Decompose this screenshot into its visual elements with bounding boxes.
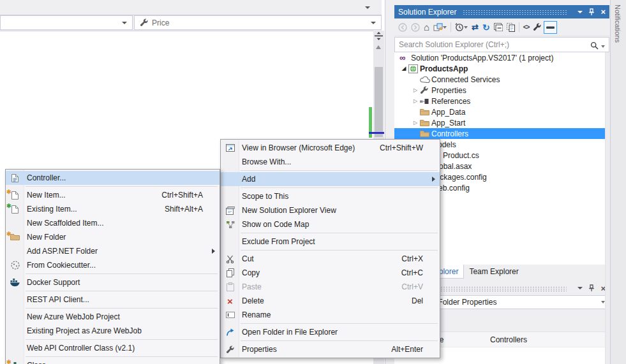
menu-item-delete[interactable]: × Delete Del (221, 294, 440, 308)
open-folder-icon (221, 328, 239, 337)
folder-icon (420, 119, 431, 127)
menu-item-class[interactable]: ✱ Class... (6, 358, 220, 364)
chevron-down-icon[interactable] (365, 6, 370, 9)
submenu-arrow-icon (432, 177, 435, 182)
menu-item-exclude-from-project[interactable]: Exclude From Project (221, 235, 440, 249)
property-value: Controllers (490, 335, 609, 344)
sync-with-active-document-icon[interactable]: ⇄ (470, 21, 480, 34)
menu-item-docker-support[interactable]: Docker Support (6, 275, 220, 289)
tree-item-properties[interactable]: ▷ Properties (394, 85, 609, 96)
members-dropdown[interactable]: Price (134, 15, 382, 30)
tree-item-controllers[interactable]: Controllers (394, 128, 609, 139)
chevron-down-icon[interactable] (601, 45, 605, 48)
menu-separator (241, 233, 438, 233)
search-icon[interactable] (590, 41, 599, 52)
scrollbar-thumb[interactable] (375, 67, 383, 137)
tree-item-app-start[interactable]: ▷ App_Start (394, 117, 609, 128)
menu-item-cut[interactable]: Cut Ctrl+X (221, 252, 440, 266)
menu-item-web-api-controller-class[interactable]: Web API Controller Class (v2.1) (6, 341, 220, 355)
preview-selected-items-icon[interactable] (544, 21, 557, 34)
pin-icon[interactable] (588, 284, 595, 292)
solution-explorer-header[interactable]: Solution Explorer × (394, 5, 609, 18)
menu-item-existing-item[interactable]: ✱ Existing Item... Shift+Alt+A (6, 202, 220, 216)
home-icon[interactable]: ⌂ (422, 21, 431, 34)
expander-expanded-icon[interactable]: ◢ (399, 66, 408, 71)
window-position-icon[interactable] (578, 287, 583, 289)
editor-navigation-bar: Price (0, 15, 382, 31)
search-bar (394, 36, 609, 53)
toolbar-separator (451, 22, 451, 32)
context-menu: View in Browser (Microsoft Edge) Ctrl+Sh… (220, 139, 440, 358)
solution-explorer-toolbar: ⌂ ⇄ ↻ <> (394, 18, 609, 36)
tree-item-references[interactable]: ▷ References (394, 96, 609, 106)
show-all-files-icon[interactable] (505, 21, 516, 34)
search-input[interactable] (394, 37, 609, 52)
cloud-icon (420, 76, 431, 83)
chevron-down-icon (371, 22, 376, 24)
menu-separator (241, 187, 438, 188)
menu-separator (241, 170, 438, 171)
menu-item-copy[interactable]: Copy Ctrl+C (221, 266, 440, 280)
tree-item-app-data[interactable]: App_Data (394, 106, 609, 117)
cut-icon (221, 255, 239, 263)
expander-collapsed-icon[interactable]: ▷ (411, 120, 420, 126)
properties-wrench-icon[interactable] (532, 21, 542, 34)
solutions-folders-switch-icon[interactable] (432, 21, 448, 34)
menu-separator (241, 340, 438, 341)
chevron-down-icon (122, 22, 127, 24)
panel-title: Solution Explorer (398, 8, 456, 17)
menu-item-view-in-browser[interactable]: View in Browser (Microsoft Edge) Ctrl+Sh… (221, 141, 440, 155)
member-dropdown-value: Price (152, 18, 169, 27)
notifications-sidebar: Notifications (610, 0, 626, 364)
menu-item-new-azure-webjob-project[interactable]: New Azure WebJob Project (6, 310, 220, 324)
expander-collapsed-icon[interactable]: ▷ (411, 99, 420, 104)
menu-item-existing-project-as-azure-webjob[interactable]: Existing Project as Azure WebJob (6, 324, 220, 338)
menu-item-from-cookiecutter[interactable]: From Cookiecutter... (6, 258, 220, 272)
menu-separator (26, 186, 218, 187)
close-icon[interactable]: × (600, 8, 606, 16)
menu-separator (26, 308, 218, 309)
pending-changes-filter-icon[interactable] (454, 21, 469, 34)
splitter-grip-icon[interactable] (375, 32, 383, 42)
menu-item-new-scaffolded-item[interactable]: New Scaffolded Item... (6, 216, 220, 230)
folder-icon (420, 130, 431, 138)
tab-team-explorer[interactable]: Team Explorer (464, 265, 523, 279)
tree-item-project[interactable]: ◢ ProductsApp (394, 63, 609, 74)
menu-item-show-on-code-map[interactable]: Show on Code Map (221, 217, 440, 231)
menu-item-rename[interactable]: Rename (221, 308, 440, 322)
types-dropdown[interactable] (0, 15, 133, 30)
menu-item-add[interactable]: Add (221, 172, 440, 186)
menu-item-properties[interactable]: Properties Alt+Enter (221, 342, 440, 356)
view-code-icon[interactable]: <> (522, 21, 531, 34)
menu-item-browse-with[interactable]: Browse With... (221, 155, 440, 169)
menu-item-open-folder-in-file-explorer[interactable]: Open Folder in File Explorer (221, 325, 440, 339)
add-submenu: Controller... ✱ New Item... Ctrl+Shift+A… (5, 169, 220, 364)
cookiecutter-icon (6, 261, 24, 270)
tree-item-connected-services[interactable]: Connected Services (394, 74, 609, 85)
collapse-all-icon[interactable] (493, 21, 504, 34)
menu-item-new-solution-explorer-view[interactable]: New Solution Explorer View (221, 203, 440, 217)
panel-scrollbar-track[interactable] (605, 52, 610, 364)
header-grip-dots (463, 10, 567, 15)
menu-separator (26, 291, 218, 291)
pin-icon[interactable] (588, 8, 595, 16)
menu-separator (26, 339, 218, 340)
forward-icon[interactable] (410, 21, 421, 34)
menu-item-paste[interactable]: Paste Ctrl+V (221, 280, 440, 294)
chevron-down-icon (443, 26, 447, 29)
tree-item-solution[interactable]: ∞ Solution 'ProductsApp.VS2017' (1 proje… (394, 52, 609, 63)
window-position-icon[interactable] (578, 11, 583, 13)
menu-item-new-folder[interactable]: ✱ New Folder (6, 230, 220, 244)
back-icon[interactable] (397, 21, 408, 34)
menu-item-rest-api-client[interactable]: REST API Client... (6, 293, 220, 307)
scroll-up-arrow-icon[interactable] (376, 43, 381, 49)
menu-item-scope-to-this[interactable]: Scope to This (221, 189, 440, 203)
menu-item-controller[interactable]: Controller... (6, 171, 220, 185)
expander-collapsed-icon[interactable]: ▷ (411, 88, 420, 93)
refresh-icon[interactable]: ↻ (481, 21, 491, 34)
menu-item-new-item[interactable]: ✱ New Item... Ctrl+Shift+A (6, 188, 220, 202)
rename-icon (221, 312, 239, 318)
notifications-tab[interactable]: Notifications (614, 4, 622, 43)
controller-icon (6, 174, 24, 182)
menu-item-add-aspnet-folder[interactable]: Add ASP.NET Folder (6, 244, 220, 258)
